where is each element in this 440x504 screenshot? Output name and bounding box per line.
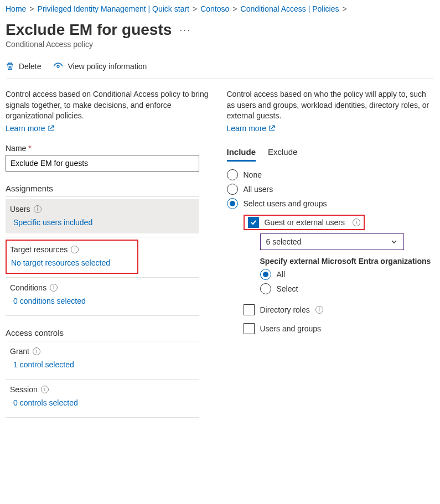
guest-types-dropdown[interactable]: 6 selected (260, 233, 404, 250)
info-icon[interactable]: i (71, 246, 79, 253)
assignments-header: Assignments (6, 184, 214, 193)
grant-section[interactable]: Grant i 1 control selected (6, 341, 199, 376)
radio-icon (260, 283, 271, 294)
learn-more-link[interactable]: Learn more (6, 124, 54, 133)
access-controls-header: Access controls (6, 328, 214, 337)
radio-org-all[interactable]: All (260, 269, 435, 280)
grant-label: Grant (10, 347, 29, 356)
target-resources-section[interactable]: Target resources i No target resources s… (8, 242, 136, 272)
dropdown-value: 6 selected (266, 237, 302, 246)
learn-more-label: Learn more (6, 124, 45, 133)
chevron-down-icon (390, 238, 398, 246)
radio-org-select[interactable]: Select (260, 283, 435, 294)
breadcrumb-item[interactable]: Privileged Identity Management | Quick s… (38, 4, 189, 13)
info-icon[interactable]: i (315, 306, 323, 314)
more-actions-button[interactable]: ··· (179, 24, 191, 36)
page-title: Exclude EM for guests (6, 21, 172, 39)
checkbox-users-groups[interactable]: Users and groups (244, 323, 435, 334)
info-icon[interactable]: i (50, 284, 58, 292)
users-label: Users (10, 205, 30, 214)
radio-icon (227, 198, 238, 209)
radio-select-label: Select users and groups (244, 199, 327, 208)
breadcrumb-item[interactable]: Home (6, 4, 26, 13)
include-exclude-tabs: Include Exclude (227, 147, 435, 162)
breadcrumb-item[interactable]: Contoso (200, 4, 229, 13)
name-input[interactable] (6, 155, 199, 172)
policy-settings-column: Control access based on Conditional Acce… (6, 89, 214, 418)
checkbox-icon (248, 217, 259, 228)
toolbar: Delete View policy information (6, 59, 434, 79)
external-link-icon (268, 125, 275, 132)
grant-link[interactable]: 1 control selected (10, 356, 195, 369)
session-label: Session (10, 385, 38, 394)
users-section[interactable]: Users i Specific users included (6, 199, 199, 233)
checkbox-icon (244, 323, 255, 334)
include-tab[interactable]: Include (227, 147, 256, 162)
radio-all-label: All users (244, 185, 273, 194)
specify-orgs-header: Specify external Microsoft Entra organiz… (260, 257, 435, 266)
checkbox-directory-roles[interactable]: Directory roles i (244, 304, 435, 315)
learn-more-label: Learn more (227, 124, 267, 133)
info-icon[interactable]: i (33, 347, 40, 355)
info-icon[interactable]: i (34, 205, 42, 213)
view-policy-info-button[interactable]: View policy information (53, 62, 147, 71)
name-label: Name * (6, 144, 214, 153)
directory-roles-label: Directory roles (260, 305, 310, 314)
checkbox-icon (244, 304, 255, 315)
policy-description: Control access based on Conditional Acce… (6, 89, 214, 122)
learn-more-link[interactable]: Learn more (227, 124, 276, 133)
trash-icon (6, 62, 14, 71)
session-link[interactable]: 0 controls selected (10, 394, 195, 407)
chevron-right-icon: > (29, 4, 34, 13)
users-description: Control access based on who the policy w… (227, 89, 435, 122)
external-link-icon (48, 125, 54, 132)
chevron-right-icon: > (342, 4, 346, 13)
radio-icon (260, 269, 271, 280)
target-resources-label: Target resources (10, 245, 68, 254)
eye-icon (53, 62, 63, 71)
chevron-right-icon: > (193, 4, 197, 13)
radio-none[interactable]: None (227, 169, 435, 180)
users-link[interactable]: Specific users included (10, 214, 195, 227)
radio-all-users[interactable]: All users (227, 184, 435, 195)
exclude-tab[interactable]: Exclude (268, 147, 297, 162)
org-select-label: Select (277, 284, 298, 293)
org-all-label: All (277, 270, 286, 279)
checkbox-guest-external[interactable]: Guest or external users i (248, 217, 361, 228)
guest-external-label: Guest or external users (265, 218, 345, 227)
chevron-right-icon: > (232, 4, 237, 13)
info-icon[interactable]: i (353, 219, 360, 226)
session-section[interactable]: Session i 0 controls selected (6, 380, 199, 414)
breadcrumb-item[interactable]: Conditional Access | Policies (241, 4, 339, 13)
radio-icon (227, 169, 238, 180)
users-config-column: Control access based on who the policy w… (227, 89, 435, 418)
radio-none-label: None (244, 170, 262, 179)
radio-select-users[interactable]: Select users and groups (227, 198, 435, 209)
conditions-label: Conditions (10, 283, 46, 292)
view-policy-info-label: View policy information (68, 62, 147, 71)
info-icon[interactable]: i (41, 386, 49, 393)
users-groups-label: Users and groups (260, 324, 322, 333)
conditions-section[interactable]: Conditions i 0 conditions selected (6, 278, 199, 312)
delete-label: Delete (19, 62, 41, 71)
delete-button[interactable]: Delete (6, 62, 41, 71)
radio-icon (227, 184, 238, 195)
conditions-link[interactable]: 0 conditions selected (10, 292, 195, 305)
page-subtitle: Conditional Access policy (6, 40, 434, 49)
breadcrumb: Home > Privileged Identity Management | … (6, 4, 434, 13)
target-resources-link[interactable]: No target resources selected (10, 254, 134, 267)
